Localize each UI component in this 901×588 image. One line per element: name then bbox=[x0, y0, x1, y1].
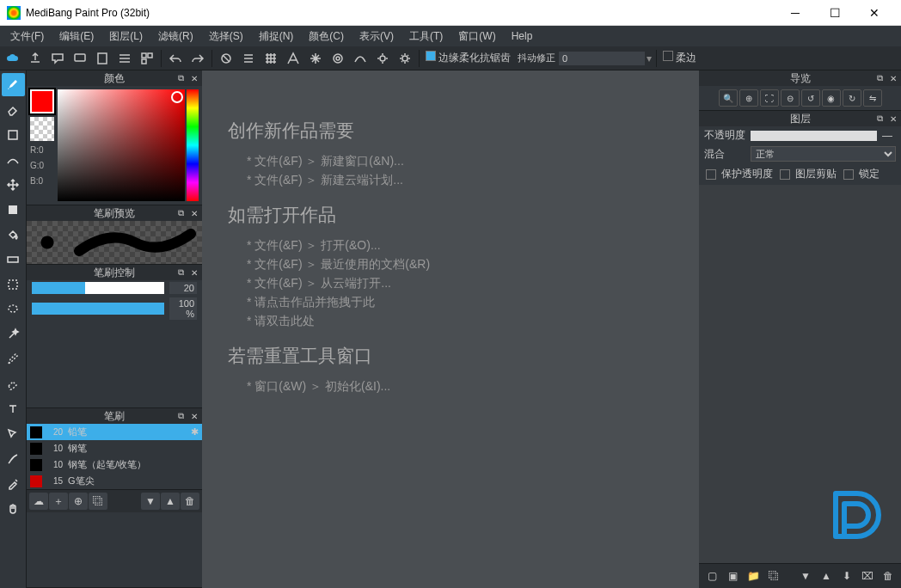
brush-delete-icon[interactable]: 🗑 bbox=[181, 493, 199, 510]
brush-duplicate-icon[interactable]: ⿻ bbox=[89, 493, 107, 510]
canvas-area[interactable]: 创作新作品需要 文件(&F) ＞ 新建窗口(&N)... 文件(&F) ＞ 新建… bbox=[202, 70, 699, 588]
undo-icon[interactable] bbox=[164, 47, 187, 70]
close-panel-icon[interactable]: ✕ bbox=[887, 113, 899, 125]
close-panel-icon[interactable]: ✕ bbox=[887, 72, 899, 84]
popout-icon[interactable]: ⧉ bbox=[873, 113, 886, 125]
close-panel-icon[interactable]: ✕ bbox=[188, 410, 200, 422]
popout-icon[interactable]: ⧉ bbox=[175, 207, 187, 219]
materials-icon[interactable] bbox=[136, 47, 158, 70]
share-icon[interactable] bbox=[24, 47, 46, 70]
bucket-tool[interactable] bbox=[2, 223, 25, 246]
eraser-tool[interactable] bbox=[2, 98, 25, 121]
comment-icon[interactable] bbox=[46, 47, 69, 70]
foreground-color[interactable] bbox=[30, 89, 54, 113]
move-tool[interactable] bbox=[2, 173, 25, 196]
text-tool[interactable] bbox=[2, 397, 25, 420]
snap-settings-icon[interactable] bbox=[394, 47, 416, 70]
fill-tool[interactable] bbox=[2, 198, 25, 221]
popout-icon[interactable]: ⧉ bbox=[873, 72, 886, 84]
lasso-tool[interactable] bbox=[2, 297, 25, 321]
brush-up-icon[interactable]: ▲ bbox=[161, 493, 180, 510]
cloud-icon[interactable] bbox=[2, 47, 24, 70]
brush-size-slider[interactable] bbox=[32, 282, 164, 294]
snap-circle-icon[interactable] bbox=[327, 47, 349, 70]
menu-color[interactable]: 颜色(C) bbox=[302, 28, 351, 46]
select-rect-tool[interactable] bbox=[2, 273, 25, 296]
layer-up-icon[interactable]: ▲ bbox=[817, 567, 836, 585]
close-panel-icon[interactable]: ✕ bbox=[188, 207, 200, 219]
shake-correction-input[interactable] bbox=[559, 52, 645, 65]
page-icon[interactable] bbox=[91, 47, 113, 70]
eyedropper-tool[interactable] bbox=[2, 472, 25, 495]
brush-settings-icon[interactable]: ✱ bbox=[191, 426, 199, 438]
nav-zoom-icon[interactable]: 🔍 bbox=[719, 89, 738, 107]
nav-reset-icon[interactable]: ◉ bbox=[822, 89, 841, 107]
menu-filter[interactable]: 滤镜(R) bbox=[151, 28, 200, 46]
wand-tool[interactable] bbox=[2, 322, 25, 346]
snap-radial-icon[interactable] bbox=[304, 47, 327, 70]
protect-alpha-checkbox[interactable] bbox=[706, 169, 716, 180]
background-color[interactable] bbox=[30, 117, 54, 141]
brush-row[interactable]: 10钢笔 bbox=[27, 440, 202, 456]
menu-view[interactable]: 表示(V) bbox=[352, 28, 401, 46]
lock-checkbox[interactable] bbox=[843, 169, 854, 180]
close-panel-icon[interactable]: ✕ bbox=[188, 72, 200, 84]
layer-new2-icon[interactable]: ▣ bbox=[723, 567, 742, 585]
selectpen-tool[interactable] bbox=[2, 347, 25, 371]
antialias-checkbox[interactable] bbox=[426, 51, 436, 61]
menu-snap[interactable]: 捕捉(N) bbox=[252, 28, 301, 46]
menu-window[interactable]: 窗口(W) bbox=[451, 28, 502, 46]
dot-tool[interactable] bbox=[2, 148, 25, 171]
layer-clear-icon[interactable]: ⌧ bbox=[858, 567, 877, 585]
snap-perspective-icon[interactable] bbox=[282, 47, 304, 70]
layer-list[interactable] bbox=[699, 185, 901, 563]
snap-grid-icon[interactable] bbox=[260, 47, 282, 70]
nav-rotleft-icon[interactable]: ↺ bbox=[801, 89, 820, 107]
color-picker-area[interactable] bbox=[58, 89, 185, 201]
chat-icon[interactable] bbox=[69, 47, 91, 70]
brush-tool[interactable] bbox=[2, 73, 25, 96]
gradient-tool[interactable] bbox=[2, 248, 25, 271]
layer-delete-icon[interactable]: 🗑 bbox=[879, 567, 898, 585]
close-panel-icon[interactable]: ✕ bbox=[188, 266, 200, 279]
brush-opacity-slider[interactable] bbox=[32, 303, 164, 315]
minimize-button[interactable]: ─ bbox=[775, 0, 815, 26]
softedge-checkbox[interactable] bbox=[663, 51, 673, 61]
menu-tool[interactable]: 工具(T) bbox=[402, 28, 450, 46]
clipping-checkbox[interactable] bbox=[780, 169, 790, 180]
brush-row[interactable]: 20铅笔✱ bbox=[27, 424, 202, 440]
brush-cloud-icon[interactable]: ☁ bbox=[29, 493, 48, 510]
hue-slider[interactable] bbox=[187, 89, 199, 201]
menu-layer[interactable]: 图层(L) bbox=[102, 28, 150, 46]
maximize-button[interactable]: ☐ bbox=[815, 0, 855, 26]
menu-file[interactable]: 文件(F) bbox=[3, 28, 51, 46]
brush-opacity-value[interactable]: 100 % bbox=[169, 297, 197, 320]
redo-icon[interactable] bbox=[187, 47, 209, 70]
nav-zoomout-icon[interactable]: ⊖ bbox=[781, 89, 800, 107]
brush-row[interactable]: 15G笔尖 bbox=[27, 473, 202, 489]
layer-new-icon[interactable]: ▢ bbox=[702, 567, 721, 585]
nav-rotright-icon[interactable]: ↻ bbox=[843, 89, 861, 107]
hand-tool[interactable] bbox=[2, 497, 25, 520]
shape-tool[interactable] bbox=[2, 123, 25, 146]
popout-icon[interactable]: ⧉ bbox=[175, 410, 187, 422]
brush-size-value[interactable]: 20 bbox=[169, 282, 197, 294]
menu-edit[interactable]: 编辑(E) bbox=[52, 28, 101, 46]
layer-folder-icon[interactable]: 📁 bbox=[744, 567, 763, 585]
opacity-slider[interactable] bbox=[751, 131, 877, 141]
snap-parallel-icon[interactable] bbox=[237, 47, 260, 70]
list-icon[interactable] bbox=[113, 47, 136, 70]
nav-fit-icon[interactable]: ⛶ bbox=[760, 89, 779, 107]
layer-down-icon[interactable]: ▼ bbox=[796, 567, 815, 585]
popout-icon[interactable]: ⧉ bbox=[175, 266, 187, 279]
blend-mode-select[interactable]: 正常 bbox=[751, 146, 896, 162]
nav-zoomin-icon[interactable]: ⊕ bbox=[739, 89, 758, 107]
menu-help[interactable]: Help bbox=[505, 28, 540, 44]
snap-curve-icon[interactable] bbox=[349, 47, 371, 70]
popout-icon[interactable]: ⧉ bbox=[175, 72, 187, 84]
brush-add-icon[interactable]: ＋ bbox=[49, 493, 68, 510]
layer-merge-icon[interactable]: ⬇ bbox=[837, 567, 856, 585]
brush-row[interactable]: 10钢笔（起笔/收笔） bbox=[27, 456, 202, 473]
nav-flip-icon[interactable]: ⇋ bbox=[863, 89, 882, 107]
layer-dup-icon[interactable]: ⿻ bbox=[764, 567, 783, 585]
